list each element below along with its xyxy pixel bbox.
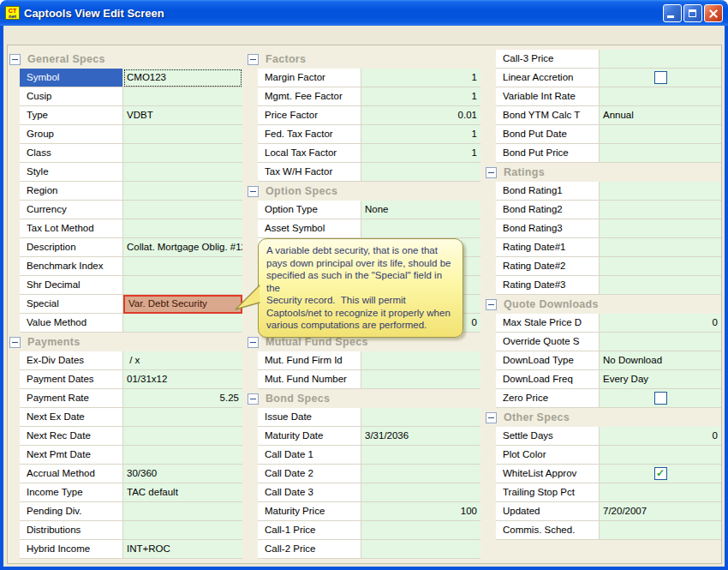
payment-dates-label[interactable]: Payment Dates [20,370,123,389]
margin-factor-value[interactable]: 1 [361,69,480,87]
linear-accretion-checkbox[interactable] [654,71,667,84]
collapse-minus-icon[interactable] [486,167,497,178]
income-type-value[interactable]: TAC default [123,483,242,502]
commis-sched-value[interactable] [600,521,721,540]
commis-sched-label[interactable]: Commis. Sched. [496,521,600,540]
override-quote-s-label[interactable]: Override Quote S [496,333,600,351]
title-bar[interactable]: CT net Captools View Edit Screen [0,0,728,26]
special-label[interactable]: Special [20,295,123,314]
maturity-date-value[interactable]: 3/31/2036 [361,427,480,446]
zero-price-label[interactable]: Zero Price [496,389,600,408]
distributions-label[interactable]: Distributions [20,521,123,540]
call-date-3-label[interactable]: Call Date 3 [258,483,361,502]
mut-fund-firm-id-label[interactable]: Mut. Fund Firm Id [258,351,361,370]
call-3-price-label[interactable]: Call-3 Price [496,50,600,69]
value-method-label[interactable]: Value Method [20,314,123,333]
mgmt-fee-factor-value[interactable]: 1 [361,87,480,106]
accrual-method-value[interactable]: 30/360 [123,465,242,483]
settle-days-value[interactable]: 0 [600,427,721,446]
description-value[interactable]: Collat. Mortgage Oblig. #123 [123,238,242,257]
bond-rating2-label[interactable]: Bond Rating2 [496,201,600,219]
call-date-2-value[interactable] [361,465,480,483]
margin-factor-label[interactable]: Margin Factor [258,69,361,87]
collapse-minus-icon[interactable] [486,412,497,423]
collapse-minus-icon[interactable] [248,186,259,197]
tax-w-h-factor-label[interactable]: Tax W/H Factor [258,163,361,182]
style-label[interactable]: Style [20,163,123,182]
income-type-label[interactable]: Income Type [20,483,123,502]
whitelist-approv-value[interactable]: ✓ [600,465,721,483]
benchmark-index-value[interactable] [123,257,242,276]
maturity-date-label[interactable]: Maturity Date [258,427,361,446]
symbol-label[interactable]: Symbol [20,69,123,87]
call-date-2-label[interactable]: Call Date 2 [258,465,361,483]
symbol-value[interactable]: CMO123 [123,69,242,87]
call-date-1-label[interactable]: Call Date 1 [258,446,361,465]
bond-rating1-label[interactable]: Bond Rating1 [496,182,600,201]
rating-date-3-label[interactable]: Rating Date#3 [496,276,600,295]
asset-symbol-label[interactable]: Asset Symbol [258,219,361,238]
next-rec-date-label[interactable]: Next Rec Date [20,427,123,446]
max-stale-price-d-label[interactable]: Max Stale Price D [496,314,600,333]
payment-dates-value[interactable]: 01/31x12 [123,370,242,389]
bond-ytm-calc-t-label[interactable]: Bond YTM Calc T [496,106,600,125]
type-value[interactable]: VDBT [123,106,242,125]
issue-date-value[interactable] [361,408,480,427]
bond-rating1-value[interactable] [600,182,721,201]
call-2-price-label[interactable]: Call-2 Price [258,540,361,559]
zero-price-checkbox[interactable] [654,392,667,405]
download-freq-label[interactable]: DownLoad Freq [496,370,600,389]
call-2-price-value[interactable] [361,540,480,559]
next-pmt-date-value[interactable] [123,446,242,465]
bond-rating2-value[interactable] [600,201,721,219]
call-3-price-value[interactable] [600,50,721,69]
fed-tax-factor-value[interactable]: 1 [361,125,480,144]
download-freq-value[interactable]: Every Day [600,370,721,389]
rating-date-1-label[interactable]: Rating Date#1 [496,238,600,257]
hybrid-income-value[interactable]: INT+ROC [123,540,242,559]
variable-int-rate-value[interactable] [600,87,721,106]
pending-div-label[interactable]: Pending Div. [20,502,123,521]
currency-value[interactable] [123,201,242,219]
value-method-value[interactable] [123,314,242,333]
class-value[interactable] [123,144,242,163]
description-label[interactable]: Description [20,238,123,257]
cusip-label[interactable]: Cusip [20,87,123,106]
mgmt-fee-factor-label[interactable]: Mgmt. Fee Factor [258,87,361,106]
download-type-value[interactable]: No Download [600,351,721,370]
whitelist-approv-checkbox[interactable]: ✓ [654,467,667,480]
issue-date-label[interactable]: Issue Date [258,408,361,427]
updated-label[interactable]: Updated [496,502,600,521]
call-date-3-value[interactable] [361,483,480,502]
linear-accretion-label[interactable]: Linear Accretion [496,69,600,87]
call-1-price-label[interactable]: Call-1 Price [258,521,361,540]
settle-days-label[interactable]: Settle Days [496,427,600,446]
distributions-value[interactable] [123,521,242,540]
collapse-minus-icon[interactable] [486,299,497,310]
bond-ytm-calc-t-value[interactable]: Annual [600,106,721,125]
tax-w-h-factor-value[interactable] [361,163,480,182]
region-value[interactable] [123,182,242,201]
next-ex-date-value[interactable] [123,408,242,427]
bond-put-date-label[interactable]: Bond Put Date [496,125,600,144]
collapse-minus-icon[interactable] [9,54,21,65]
collapse-minus-icon[interactable] [9,337,21,348]
group-label[interactable]: Group [20,125,123,144]
download-type-label[interactable]: DownLoad Type [496,351,600,370]
maximize-button[interactable] [683,4,702,22]
group-value[interactable] [123,125,242,144]
minimize-button[interactable] [663,4,682,22]
zero-price-value[interactable] [600,389,721,408]
next-ex-date-label[interactable]: Next Ex Date [20,408,123,427]
rating-date-2-value[interactable] [600,257,721,276]
price-factor-label[interactable]: Price Factor [258,106,361,125]
benchmark-index-label[interactable]: Benchmark Index [20,257,123,276]
updated-value[interactable]: 7/20/2007 [600,502,721,521]
option-type-label[interactable]: Option Type [258,201,361,219]
rating-date-2-label[interactable]: Rating Date#2 [496,257,600,276]
next-rec-date-value[interactable] [123,427,242,446]
bond-rating3-label[interactable]: Bond Rating3 [496,219,600,238]
price-factor-value[interactable]: 0.01 [361,106,480,125]
bond-rating3-value[interactable] [600,219,721,238]
mut-fund-firm-id-value[interactable] [361,351,480,370]
